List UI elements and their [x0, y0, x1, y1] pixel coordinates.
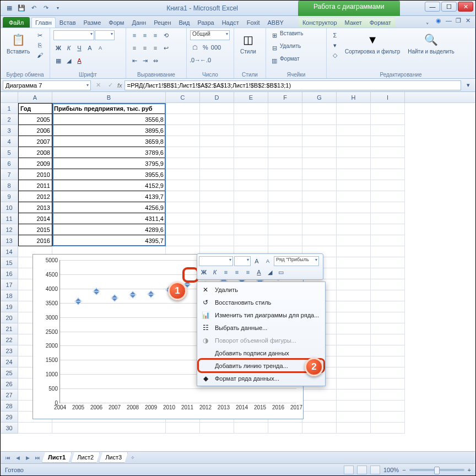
cell[interactable] [371, 323, 405, 334]
row-header[interactable]: 9 [1, 191, 18, 202]
cell[interactable] [268, 235, 302, 246]
cell[interactable]: 3789,6 [52, 147, 166, 158]
file-tab[interactable]: Файл [3, 17, 30, 28]
align-center-icon[interactable]: ≡ [232, 267, 242, 277]
cell[interactable] [302, 125, 337, 136]
cell[interactable] [200, 136, 234, 147]
row-header[interactable]: 28 [1, 401, 18, 412]
cell[interactable] [166, 169, 200, 180]
comma-icon[interactable]: 000 [211, 42, 221, 52]
insert-cells-label[interactable]: Вставить [280, 30, 303, 40]
cell[interactable] [337, 213, 371, 224]
cell[interactable] [337, 390, 371, 401]
cell[interactable]: Прибыль предприятия, тыс. руб [52, 103, 166, 114]
zoom-slider[interactable] [409, 469, 464, 471]
cell[interactable] [371, 401, 405, 412]
cell[interactable]: 2005 [18, 114, 52, 125]
bold-button[interactable]: Ж [53, 43, 63, 53]
cell[interactable] [371, 423, 405, 434]
row-header[interactable]: 22 [1, 334, 18, 345]
col-header[interactable]: A [18, 92, 52, 103]
cell[interactable] [200, 235, 234, 246]
redo-icon[interactable]: ↷ [40, 3, 51, 14]
minimize-ribbon-icon[interactable]: ˬ [426, 17, 434, 25]
mdi-restore-icon[interactable]: ❐ [456, 17, 463, 25]
font-color-icon[interactable]: A [74, 56, 84, 66]
cell[interactable] [268, 103, 302, 114]
cell[interactable] [371, 390, 405, 401]
styles-button[interactable]: ◫Стили [237, 30, 259, 56]
cell[interactable] [166, 103, 200, 114]
indent-inc-icon[interactable]: ⇥ [140, 56, 150, 66]
menu-item[interactable]: 📊Изменить тип диаграммы для ряда... [198, 309, 324, 321]
shrink-font-icon[interactable]: A [95, 43, 105, 53]
ctx-tab-макет[interactable]: Макет [341, 17, 366, 28]
minimize-button[interactable]: — [425, 2, 440, 12]
cell[interactable] [200, 180, 234, 191]
row-header[interactable]: 15 [1, 257, 18, 268]
sheet-nav-first-icon[interactable]: ⏮ [3, 453, 13, 463]
col-header[interactable]: C [166, 92, 200, 103]
cell[interactable] [268, 202, 302, 213]
mdi-min-icon[interactable]: — [446, 17, 453, 25]
format-cells-icon[interactable]: ▥ [269, 56, 279, 66]
cell[interactable] [371, 169, 405, 180]
select-all-corner[interactable] [1, 92, 18, 102]
mini-size-combo[interactable] [234, 256, 251, 266]
cell[interactable] [234, 191, 268, 202]
zoom-out-icon[interactable]: − [402, 467, 405, 473]
cell[interactable] [166, 202, 200, 213]
cell[interactable] [337, 290, 371, 301]
cell[interactable] [337, 412, 371, 423]
cell[interactable] [52, 423, 166, 434]
cell[interactable] [166, 147, 200, 158]
cell[interactable] [234, 202, 268, 213]
name-box[interactable]: Диаграмма 7 [3, 80, 91, 90]
menu-item[interactable]: ☷Выбрать данные... [198, 321, 324, 334]
cell[interactable] [268, 169, 302, 180]
cell[interactable] [371, 356, 405, 367]
tab-abby[interactable]: ABBY [264, 17, 288, 28]
cell[interactable] [337, 202, 371, 213]
page-layout-view-icon[interactable] [357, 466, 367, 474]
cell[interactable] [371, 290, 405, 301]
currency-icon[interactable]: ☖ [190, 42, 200, 52]
cell[interactable] [371, 224, 405, 235]
row-header[interactable]: 16 [1, 268, 18, 279]
cell[interactable] [337, 279, 371, 290]
align-top-icon[interactable]: ≡ [129, 30, 139, 40]
cell[interactable]: 4139,7 [52, 191, 166, 202]
cell[interactable] [268, 114, 302, 125]
cell[interactable] [337, 356, 371, 367]
cell[interactable] [200, 423, 234, 434]
col-header[interactable]: E [234, 92, 268, 103]
normal-view-icon[interactable] [344, 466, 354, 474]
cell[interactable]: 4289,6 [52, 224, 166, 235]
cell[interactable] [18, 423, 52, 434]
align-center-icon[interactable]: ≡ [140, 43, 150, 53]
insert-cells-icon[interactable]: ⊞ [269, 30, 279, 40]
format-cells-label[interactable]: Формат [280, 56, 300, 66]
data-point[interactable] [74, 298, 82, 305]
paste-button[interactable]: 📋 Вставить [4, 30, 33, 56]
cell[interactable] [302, 180, 337, 191]
cell[interactable]: 4395,7 [52, 235, 166, 246]
row-header[interactable]: 26 [1, 378, 18, 390]
border-icon[interactable]: ▦ [53, 56, 63, 66]
find-select-button[interactable]: 🔍Найти и выделить [405, 30, 457, 56]
cell[interactable] [337, 257, 371, 268]
cell[interactable] [200, 147, 234, 158]
cell[interactable] [371, 268, 405, 279]
cell[interactable] [337, 367, 371, 378]
cell[interactable]: 2011 [18, 180, 52, 191]
percent-icon[interactable]: % [201, 42, 210, 52]
cell[interactable] [234, 125, 268, 136]
zoom-in-icon[interactable]: + [468, 467, 471, 473]
inc-decimal-icon[interactable]: .0→ [190, 55, 200, 65]
cell[interactable] [371, 114, 405, 125]
align-mid-icon[interactable]: ≡ [140, 30, 150, 40]
data-point[interactable] [111, 294, 118, 302]
row-header[interactable]: 2 [1, 114, 18, 125]
cell[interactable] [268, 158, 302, 169]
sheet-nav-next-icon[interactable]: ▶ [23, 453, 33, 463]
